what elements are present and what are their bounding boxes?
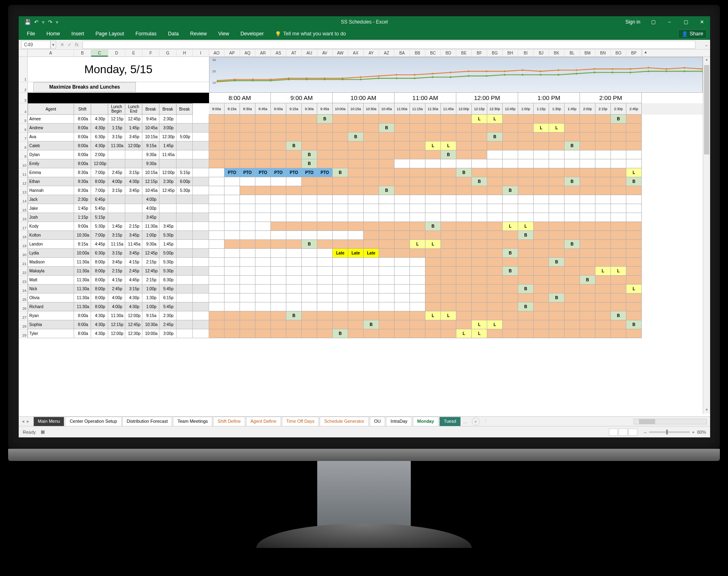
row-header[interactable]: 25 <box>19 293 28 302</box>
row-header[interactable]: 10 <box>19 159 28 168</box>
hscroll-thumb[interactable] <box>639 419 655 424</box>
sheet-tab[interactable]: Team Meetings <box>173 417 212 426</box>
row-header[interactable]: 1 <box>19 57 28 82</box>
ribbon-tab-formulas[interactable]: Formulas <box>131 28 161 39</box>
sheet-tab[interactable]: Agent Define <box>246 417 281 426</box>
maximize-breaks-button[interactable]: Maximize Breaks and Lunches <box>33 82 136 92</box>
ribbon-tab-insert[interactable]: Insert <box>67 28 89 39</box>
col-header[interactable]: AP <box>225 50 240 57</box>
new-sheet-icon[interactable]: + <box>472 417 480 426</box>
col-header[interactable]: BK <box>549 50 565 57</box>
col-header[interactable]: AO <box>209 50 225 57</box>
expand-formula-bar-icon[interactable]: ⌄ <box>703 42 710 48</box>
minimize-icon[interactable]: – <box>661 19 678 25</box>
row-header[interactable]: 20 <box>19 249 28 258</box>
share-button[interactable]: 👤 Share <box>678 29 707 39</box>
maximize-icon[interactable]: ▢ <box>678 19 694 25</box>
col-header[interactable]: H <box>177 50 193 57</box>
col-header[interactable]: AQ <box>240 50 255 57</box>
col-header[interactable]: BH <box>503 50 518 57</box>
sheet-tab[interactable]: OU <box>370 417 386 426</box>
row-header[interactable]: 15 <box>19 204 28 213</box>
sheet-tab[interactable]: Center Operation Setup <box>65 417 121 426</box>
col-header[interactable]: F <box>142 50 159 57</box>
fx-icon[interactable]: fx <box>75 42 78 48</box>
sign-in-link[interactable]: Sign in <box>625 19 641 25</box>
zoom-slider[interactable] <box>649 431 690 433</box>
zoom-in-icon[interactable]: + <box>692 430 695 435</box>
horizontal-scrollbar[interactable] <box>634 419 707 424</box>
col-header[interactable]: AU <box>302 50 317 57</box>
row-header[interactable]: 16 <box>19 213 28 222</box>
row-header[interactable]: 7 <box>19 133 28 141</box>
save-icon[interactable]: 💾 <box>24 19 31 25</box>
ribbon-tab-page-layout[interactable]: Page Layout <box>91 28 129 39</box>
row-header[interactable]: 12 <box>19 177 28 186</box>
row-header[interactable]: 18 <box>19 231 28 240</box>
col-header[interactable]: AR <box>255 50 271 57</box>
row-header[interactable]: 6 <box>19 124 28 133</box>
col-header[interactable]: BG <box>487 50 503 57</box>
close-icon[interactable]: ✕ <box>694 19 710 25</box>
col-header[interactable]: AW <box>333 50 348 57</box>
row-header[interactable]: 21 <box>19 258 28 267</box>
enter-formula-icon[interactable]: ✓ <box>68 42 72 48</box>
col-header[interactable]: AV <box>317 50 333 57</box>
row-header[interactable]: 19 <box>19 240 28 249</box>
col-header[interactable]: BM <box>580 50 595 57</box>
col-header[interactable]: BB <box>410 50 425 57</box>
row-header[interactable]: 9 <box>19 150 28 159</box>
row-header[interactable]: 26 <box>19 302 28 311</box>
col-header[interactable]: B <box>74 50 91 57</box>
ribbon-tab-data[interactable]: Data <box>163 28 183 39</box>
scroll-up-icon[interactable]: ▴ <box>703 57 710 63</box>
col-header[interactable]: C <box>91 50 108 57</box>
scroll-down-icon[interactable]: ▾ <box>703 407 710 414</box>
page-break-view-icon[interactable] <box>628 428 637 436</box>
formula-input[interactable] <box>83 41 695 49</box>
row-header[interactable]: 22 <box>19 267 28 276</box>
col-header[interactable]: BE <box>456 50 472 57</box>
ribbon-tab-developer[interactable]: Developer <box>235 28 268 39</box>
col-header[interactable]: I <box>193 50 209 57</box>
zoom-out-icon[interactable]: – <box>644 430 646 435</box>
ribbon-tab-review[interactable]: Review <box>185 28 211 39</box>
col-header[interactable]: BF <box>472 50 487 57</box>
ribbon-display-icon[interactable]: ▢ <box>645 19 661 25</box>
worksheet-grid[interactable]: 1234567891011121314151617181920212223242… <box>19 57 710 414</box>
sheet-tab[interactable]: Schedule Generator <box>320 417 368 426</box>
redo-icon[interactable]: ↷ <box>48 19 52 25</box>
sheet-tab[interactable]: Monday <box>413 417 439 426</box>
col-header[interactable]: AS <box>271 50 286 57</box>
sheet-tab[interactable]: Tuesd <box>439 417 460 426</box>
col-header[interactable]: BD <box>441 50 456 57</box>
row-header[interactable]: 13 <box>19 186 28 195</box>
col-header[interactable]: AY <box>364 50 379 57</box>
col-header[interactable]: G <box>159 50 177 57</box>
col-header[interactable]: BL <box>565 50 580 57</box>
name-box[interactable]: C49 <box>21 41 50 49</box>
col-header[interactable]: BN <box>595 50 611 57</box>
sheet-tab[interactable]: Shift Define <box>213 417 245 426</box>
sheet-tab[interactable]: Main Menu <box>33 417 64 426</box>
name-box-dropdown-icon[interactable]: ▾ <box>50 41 56 49</box>
normal-view-icon[interactable] <box>609 428 618 436</box>
row-header[interactable]: 14 <box>19 195 28 204</box>
row-header[interactable]: 27 <box>19 311 28 320</box>
sheet-nav-prev-icon[interactable]: ◂ <box>22 419 24 424</box>
cancel-formula-icon[interactable]: ✕ <box>60 42 64 48</box>
select-all-corner[interactable] <box>19 50 28 57</box>
zoom-level[interactable]: 80% <box>697 430 706 435</box>
sheet-tab[interactable]: Time Off Days <box>282 417 319 426</box>
col-header[interactable]: BA <box>395 50 410 57</box>
sheet-nav-next-icon[interactable]: ▸ <box>27 419 29 424</box>
vertical-scrollbar[interactable]: ▴ ▾ <box>703 57 710 414</box>
col-header[interactable]: AZ <box>379 50 395 57</box>
tell-me-search[interactable]: 💡 Tell me what you want to do <box>270 28 351 39</box>
ribbon-tab-home[interactable]: Home <box>41 28 65 39</box>
row-header[interactable]: 11 <box>19 168 28 177</box>
row-header[interactable]: 8 <box>19 141 28 150</box>
col-header[interactable]: D <box>108 50 125 57</box>
row-header[interactable]: 4 <box>19 103 28 115</box>
page-layout-view-icon[interactable] <box>619 428 628 436</box>
